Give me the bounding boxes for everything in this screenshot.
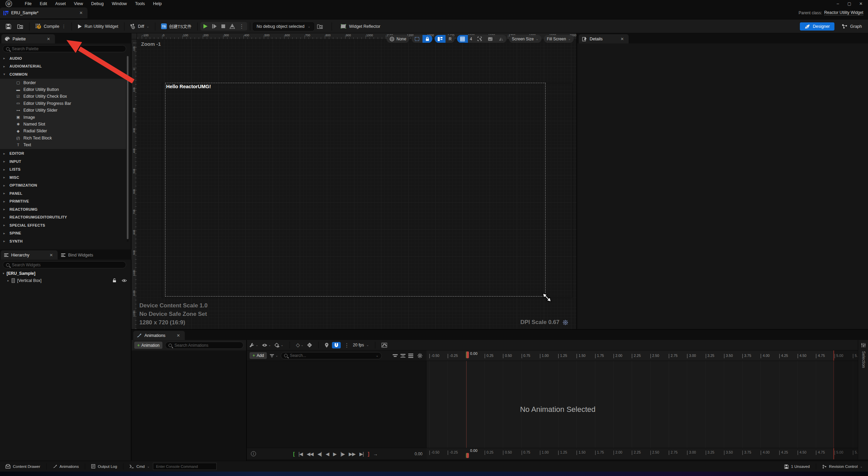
hierarchy-vertical-box-row[interactable]: ▸ [Vertical Box] — [0, 277, 132, 284]
info-icon[interactable]: i — [251, 451, 256, 456]
save-button[interactable] — [3, 22, 14, 31]
palette-category-audiomaterial[interactable]: ▸AUDIOMATERIAL — [0, 62, 126, 71]
chevron-right-icon[interactable]: ▸ — [7, 279, 9, 282]
track-search[interactable]: ⌄ — [281, 352, 382, 359]
snap-options-icon[interactable]: ⋮ — [344, 342, 350, 348]
r-toggle-button[interactable]: R — [446, 35, 455, 43]
add-animation-button[interactable]: + Animation — [134, 342, 162, 349]
unlock-icon[interactable] — [112, 278, 117, 283]
palette-category-editor[interactable]: ▸EDITOR — [0, 149, 126, 157]
normal-view-icon[interactable] — [400, 354, 406, 358]
auto-key-icon[interactable] — [307, 342, 312, 348]
browse-debug-object-button[interactable] — [314, 22, 326, 31]
image-preview-button[interactable] — [485, 35, 496, 43]
palette-item-rich-text-block[interactable]: (/)Rich Text Block — [0, 135, 126, 141]
aspect-preview-pill[interactable]: None — [387, 35, 409, 43]
play-from-here-button[interactable] — [212, 24, 217, 29]
revision-control-dropdown[interactable]: Revision Control ⌄ — [819, 461, 866, 472]
maximize-icon[interactable]: ▢ — [844, 0, 854, 7]
stop-button[interactable] — [221, 24, 225, 28]
palette-category-lists[interactable]: ▸LISTS — [0, 165, 126, 173]
palette-item-image[interactable]: ▣Image — [0, 114, 126, 120]
graph-mode-button[interactable]: Graph — [839, 22, 865, 31]
compile-button[interactable]: ? Compile ⋮ — [32, 22, 69, 31]
play-reverse-icon[interactable]: ◀ — [324, 451, 331, 457]
play-button[interactable] — [203, 24, 208, 29]
menu-tools[interactable]: Tools — [131, 0, 149, 7]
track-search-input[interactable] — [290, 353, 373, 358]
palette-item-editor-utility-check-box[interactable]: ☑Editor Utility Check Box — [0, 93, 126, 100]
menu-view[interactable]: View — [70, 0, 87, 7]
palette-category-panel[interactable]: ▸PANEL — [0, 189, 126, 197]
step-back-icon[interactable]: ◀| — [315, 451, 323, 457]
fill-screen-dropdown[interactable]: Fill Screen⌄ — [544, 35, 574, 43]
animations-search[interactable] — [165, 342, 243, 349]
dpi-settings-gear-icon[interactable] — [563, 320, 568, 325]
palette-item-radial-slider[interactable]: ◆Radial Slider — [0, 128, 126, 134]
palette-search-input[interactable] — [12, 46, 123, 51]
asset-tab-close-icon[interactable]: ✕ — [78, 11, 84, 15]
loop-mode-icon[interactable]: → — [371, 451, 379, 457]
play-options-icon[interactable]: ⋮ — [239, 23, 244, 30]
animations-search-input[interactable] — [174, 343, 240, 348]
debug-object-dropdown[interactable]: No debug object selected ⌄ — [253, 22, 314, 31]
fps-dropdown[interactable]: 20 fps ⌄ — [353, 343, 369, 347]
playhead-marker[interactable] — [466, 351, 469, 358]
filter-icon[interactable]: ⌄ — [270, 354, 278, 358]
step-forward-icon[interactable]: |▶ — [338, 451, 347, 457]
playback-options-icon[interactable]: ⌄ — [274, 343, 283, 348]
asset-tab-eru-sample[interactable]: ERU_Sample* ✕ — [0, 7, 87, 18]
palette-item-named-slot[interactable]: ✱Named Slot — [0, 121, 126, 128]
chevron-down-icon[interactable]: ▾ — [3, 272, 4, 275]
palette-category-audio[interactable]: ▸AUDIO — [0, 54, 126, 62]
menu-asset[interactable]: Asset — [52, 0, 70, 7]
content-drawer-button[interactable]: Content Drawer — [2, 461, 44, 472]
output-log-button[interactable]: Output Log — [88, 461, 120, 472]
play-forward-icon[interactable]: ▶ — [331, 451, 338, 457]
palette-category-input[interactable]: ▸INPUT — [0, 157, 126, 166]
designer-mode-button[interactable]: Designer — [800, 22, 834, 31]
menu-edit[interactable]: Edit — [36, 0, 51, 7]
compile-options-icon[interactable]: ⋮ — [62, 24, 66, 29]
keyframe-options-icon[interactable]: ◇ ⌄ — [296, 342, 303, 348]
select-cursor-button[interactable] — [474, 35, 485, 43]
playback-end-bracket-icon[interactable]: ] — [366, 451, 371, 457]
designer-canvas[interactable]: Zoom -1 Hello ReactorUMG! Device Content… — [137, 39, 576, 329]
curve-editor-icon[interactable] — [381, 343, 387, 348]
hierarchy-search-input[interactable] — [12, 263, 123, 267]
browse-to-asset-button[interactable] — [14, 22, 26, 31]
lock-aspect-button[interactable] — [422, 35, 432, 43]
jump-to-front-icon[interactable]: |◀ — [296, 451, 304, 457]
playback-start-bracket-icon[interactable]: [ — [291, 451, 297, 457]
snap-magnet-toggle[interactable] — [332, 342, 341, 348]
palette-scrollbar-thumb[interactable] — [127, 56, 129, 239]
console-command-input[interactable] — [153, 463, 217, 470]
palette-category-synth[interactable]: ▸SYNTH — [0, 237, 126, 244]
diff-button[interactable]: Diff ⌄ — [127, 22, 152, 31]
unsaved-button[interactable]: 1 Unsaved — [781, 461, 813, 472]
skip-button[interactable] — [230, 24, 235, 29]
run-utility-widget-button[interactable]: Run Utility Widget — [75, 22, 121, 31]
create-ts-file-button[interactable]: TS 创建TS文件 — [158, 21, 195, 31]
previous-key-icon[interactable]: ◀◀ — [305, 451, 316, 457]
dashed-bounds-button[interactable] — [412, 35, 422, 43]
details-tab-close-icon[interactable]: ✕ — [619, 37, 625, 41]
palette-search[interactable] — [3, 45, 126, 52]
grid-snap-icon[interactable] — [457, 35, 468, 43]
tab-palette[interactable]: Palette ✕ — [1, 34, 55, 43]
hierarchy-search[interactable] — [3, 261, 126, 268]
timeline-ruler[interactable]: -0.50-0.250.250.500.751.001.251.501.752.… — [427, 350, 858, 361]
resize-cursor-icon[interactable] — [542, 293, 551, 302]
sequencer-settings-wrench-icon[interactable]: ⌄ — [250, 343, 258, 348]
add-track-button[interactable]: + Add — [250, 352, 267, 359]
selected-widget-outline[interactable] — [165, 83, 546, 297]
view-options-eye-icon[interactable]: ⌄ — [262, 343, 271, 347]
palette-category-optimization[interactable]: ▸OPTIMIZATION — [0, 181, 126, 189]
palette-category-spine[interactable]: ▸SPINE — [0, 229, 126, 237]
hello-text-widget[interactable]: Hello ReactorUMG! — [166, 84, 211, 89]
palette-tab-close-icon[interactable]: ✕ — [45, 37, 52, 41]
tab-details[interactable]: Details ✕ — [579, 34, 629, 43]
palette-item-editor-utility-progress-bar[interactable]: ▭Editor Utility Progress Bar — [0, 100, 126, 107]
menu-file[interactable]: File — [21, 0, 35, 7]
palette-category-common[interactable]: ▾COMMON — [0, 70, 126, 78]
